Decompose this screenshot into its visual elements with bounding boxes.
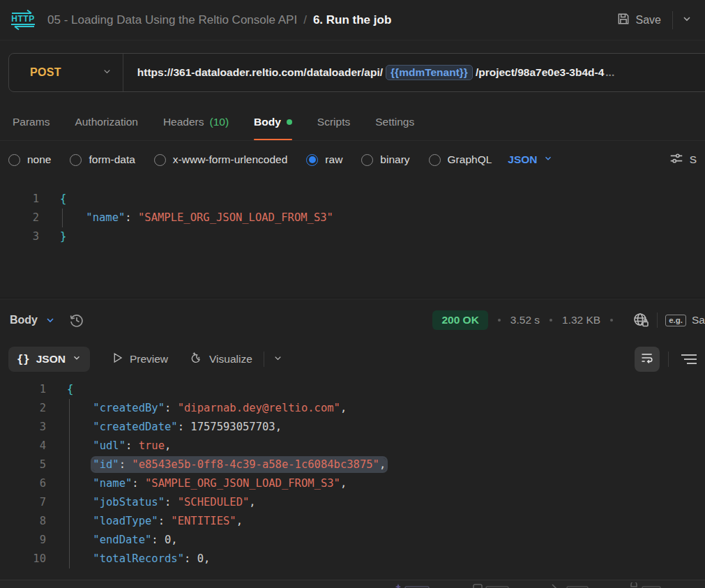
code-token: : <box>184 552 197 565</box>
code-token: , <box>340 402 347 414</box>
indent-guide <box>69 512 70 531</box>
wrap-text-button[interactable] <box>635 347 660 372</box>
save-example-icon[interactable]: e.g. <box>665 315 686 326</box>
breadcrumb-request-name[interactable]: 6. Run the job <box>313 13 391 27</box>
mode-graphql[interactable]: GraphQL <box>429 153 492 166</box>
status-badge[interactable]: 200 OK <box>432 310 487 330</box>
tab-settings[interactable]: Settings <box>375 103 414 140</box>
json-key: "endDate" <box>93 534 151 546</box>
tab-body-label: Body <box>254 116 281 128</box>
url-truncation-ellipsis: ... <box>605 66 614 79</box>
search-response-button[interactable] <box>677 352 698 366</box>
visualize-button[interactable]: Visualize <box>189 351 252 368</box>
tab-headers[interactable]: Headers (10) <box>163 103 229 140</box>
mode-urlencoded[interactable]: x-www-form-urlencoded <box>154 153 288 166</box>
mode-none[interactable]: none <box>8 153 51 166</box>
code-token: , <box>379 458 386 471</box>
code-line: 1 { <box>0 380 705 399</box>
json-value: "e8543e5b-0ff8-4c39-a58e-1c6084bc3875" <box>132 458 379 471</box>
statusbar-icon[interactable] <box>394 582 436 588</box>
code-token: , <box>165 439 171 452</box>
radio-graphql[interactable] <box>429 154 441 166</box>
mode-binary[interactable]: binary <box>361 153 409 166</box>
chevron-down-icon <box>681 13 692 27</box>
radio-binary[interactable] <box>361 154 373 166</box>
app-window: HTTP 05 - Loading Data Using the Reltio … <box>0 0 705 588</box>
tab-params[interactable]: Params <box>13 103 50 140</box>
code-token: : <box>165 496 178 508</box>
preview-label: Preview <box>130 353 168 365</box>
method-selector[interactable]: POST <box>9 66 112 80</box>
visualize-label: Visualize <box>209 353 252 365</box>
status-bar-clipped <box>0 580 705 588</box>
request-body-editor[interactable]: 1 { 2 "name": "SAMPLE_ORG_JSON_LOAD_FROM… <box>0 179 705 298</box>
code-line: 3 "createdDate": 1757593057703, <box>0 418 705 437</box>
meta-divider <box>657 312 658 328</box>
meta-separator-dot <box>498 319 501 322</box>
radio-form-data[interactable] <box>70 154 82 166</box>
network-info-icon[interactable] <box>632 312 649 329</box>
save-button[interactable]: Save <box>608 6 669 34</box>
url-variable-chip[interactable]: {{mdmTenant}} <box>386 65 473 80</box>
response-history-icon[interactable] <box>68 312 85 329</box>
breadcrumb: 05 - Loading Data Using the Reltio Conso… <box>47 13 391 27</box>
mode-form-data[interactable]: form-data <box>70 153 135 166</box>
mode-raw[interactable]: raw <box>306 153 342 166</box>
body-settings-button[interactable]: S <box>669 151 697 169</box>
response-size[interactable]: 1.32 KB <box>562 314 600 326</box>
code-token: , <box>204 552 210 565</box>
indent-guide <box>69 418 70 437</box>
body-modified-dot <box>287 119 292 125</box>
line-number: 10 <box>0 550 46 568</box>
response-body-dropdown[interactable]: Body <box>10 314 38 326</box>
code-token: , <box>249 496 255 508</box>
wrap-text-icon <box>640 351 654 368</box>
save-options-button[interactable] <box>676 8 698 33</box>
raw-language-selector[interactable]: JSON <box>508 153 552 166</box>
line-number: 5 <box>0 455 46 474</box>
code-token: : <box>158 515 172 527</box>
code-token: { <box>60 193 66 205</box>
more-views-button[interactable] <box>273 353 283 366</box>
json-value: 0 <box>197 552 204 565</box>
code-token: : <box>151 534 165 546</box>
indent-guide <box>69 531 70 550</box>
line-number: 6 <box>0 474 46 493</box>
magic-wand-icon <box>189 351 203 368</box>
response-time[interactable]: 3.52 s <box>510 314 540 326</box>
json-key: "name" <box>86 211 125 224</box>
json-value: "SCHEDULED" <box>178 496 250 508</box>
radio-raw-selected[interactable] <box>306 154 318 166</box>
code-token: } <box>60 230 66 243</box>
response-format-selector[interactable]: {} JSON <box>8 347 90 372</box>
save-example-label-clipped[interactable]: Sa <box>692 314 705 326</box>
http-request-icon: HTTP <box>10 9 36 31</box>
response-toolbar: {} JSON Preview Visualize <box>0 341 705 377</box>
radio-none[interactable] <box>8 154 20 166</box>
tab-authorization-label: Authorization <box>75 116 137 128</box>
json-key: "id" <box>93 458 119 471</box>
tab-scripts[interactable]: Scripts <box>317 103 350 140</box>
tab-body[interactable]: Body <box>254 103 292 140</box>
breadcrumb-collection[interactable]: 05 - Loading Data Using the Reltio Conso… <box>47 13 297 27</box>
tab-authorization[interactable]: Authorization <box>75 103 137 140</box>
chevron-down-icon <box>72 353 82 365</box>
code-token: : <box>119 458 132 471</box>
code-line: 6 "name": "SAMPLE_ORG_JSON_LOAD_FROM_S3"… <box>0 474 705 493</box>
response-body-editor[interactable]: 1 { 2 "createdBy": "diparnab.dey@reltio.… <box>0 377 705 580</box>
radio-urlencoded[interactable] <box>154 154 166 166</box>
tab-settings-label: Settings <box>375 116 414 128</box>
save-icon <box>616 12 630 29</box>
line-number: 2 <box>0 209 39 227</box>
headers-count-badge: (10) <box>209 116 229 128</box>
method-label: POST <box>30 66 61 79</box>
preview-button[interactable]: Preview <box>111 352 168 367</box>
chevron-down-icon[interactable] <box>45 315 56 326</box>
statusbar-icon[interactable] <box>472 582 514 588</box>
url-input[interactable]: https://361-dataloader.reltio.com/datalo… <box>123 65 705 80</box>
json-value: true <box>139 439 165 452</box>
statusbar-icon[interactable] <box>628 582 663 588</box>
statusbar-icon[interactable] <box>550 582 592 588</box>
toolbar-divider <box>264 352 264 367</box>
indent-guide <box>69 399 70 418</box>
